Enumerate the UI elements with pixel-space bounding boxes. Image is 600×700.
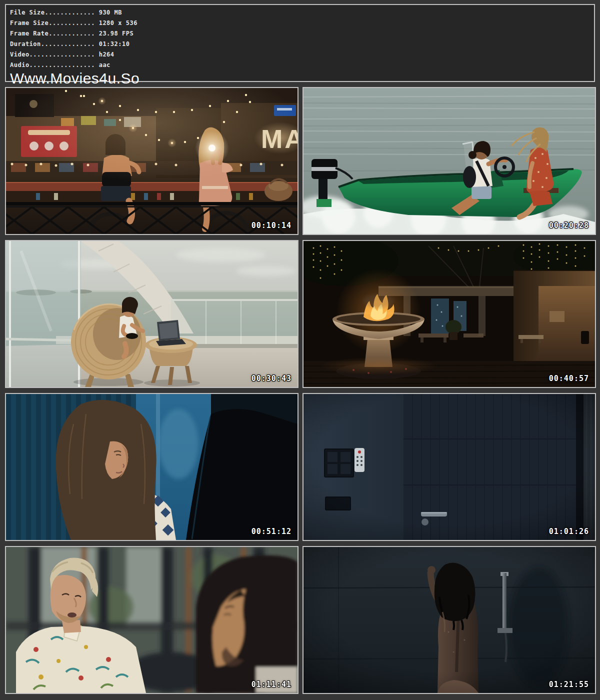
long-hair	[56, 400, 156, 540]
scene-blue-room-woman-image	[6, 394, 298, 540]
scene-shower-image	[304, 547, 595, 693]
open-mouth	[68, 612, 76, 618]
screenshot-thumbnail-1: MA	[5, 87, 298, 235]
wall-sign	[550, 311, 564, 322]
screenshot-thumbnail-3: 00:30:43	[5, 240, 298, 388]
scene-green-boat-image	[304, 88, 595, 234]
screenshot-thumbnail-6: 01:01:26	[302, 393, 596, 541]
scene-dark-door-image	[304, 394, 595, 540]
trash-bin	[581, 331, 589, 344]
media-info-panel: File Size............. 930 MB Frame Size…	[5, 4, 595, 82]
timestamp-label: 00:20:28	[549, 221, 589, 230]
screenshot-thumbnail-2: 00:20:28	[302, 87, 596, 235]
screenshot-thumbnail-8: 01:21:55	[302, 546, 596, 694]
screenshot-thumbnail-7: 01:11:41	[5, 546, 298, 694]
info-line-audio: Audio................. aac	[10, 60, 594, 70]
timestamp-label: 00:10:14	[252, 221, 292, 230]
timestamp-label: 01:01:26	[549, 527, 589, 536]
screenshot-thumbnail-5: 00:51:12	[5, 393, 298, 541]
timestamp-label: 01:11:41	[252, 680, 292, 689]
info-line-frame-size: Frame Size............ 1280 x 536	[10, 18, 594, 28]
timestamp-label: 00:40:57	[549, 374, 589, 383]
scene-two-men-image	[6, 547, 298, 693]
scene-night-market-image: MA	[6, 88, 298, 234]
info-line-duration: Duration.............. 01:32:10	[10, 39, 594, 50]
info-line-file-size: File Size............. 930 MB	[10, 8, 594, 18]
timestamp-label: 00:30:43	[252, 374, 292, 383]
bowl	[126, 333, 138, 339]
bar-counter	[6, 183, 298, 191]
glass-wall-left	[6, 241, 81, 387]
stone-wall	[514, 270, 595, 361]
timestamp-label: 00:51:12	[252, 527, 292, 536]
younger-man-profile	[196, 556, 298, 693]
info-line-video: Video................. h264	[10, 50, 594, 60]
watermark-site-name: Www.Movies4u.So	[10, 71, 594, 86]
media-screenshot-sheet: { "media_info": { "lines": [ "File Size.…	[0, 0, 600, 700]
screenshot-thumbnail-4: 00:40:57	[302, 240, 596, 388]
scene-balcony-image	[6, 241, 298, 387]
info-line-frame-rate: Frame Rate............ 23.98 FPS	[10, 28, 594, 39]
timestamp-label: 01:21:55	[549, 680, 589, 689]
scene-courtyard-image	[304, 241, 595, 387]
